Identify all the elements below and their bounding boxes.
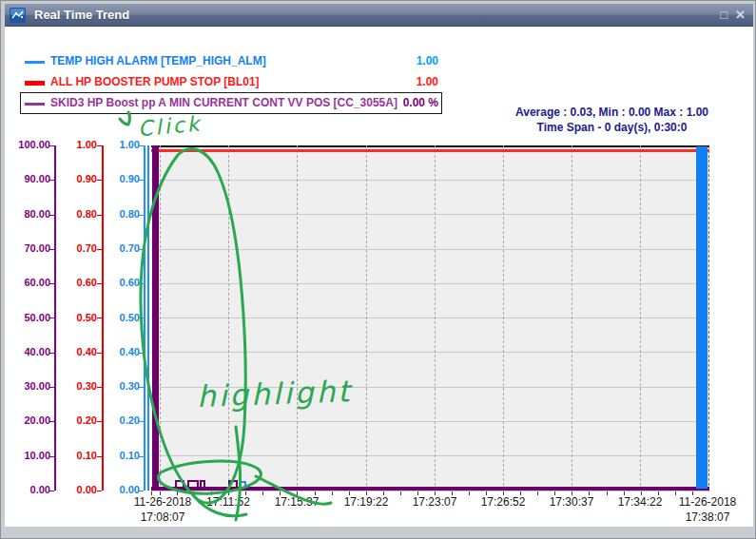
vertical-gridline <box>228 145 229 491</box>
y-axis-label: 40.00 <box>5 346 50 359</box>
y-axis-label: 0.80 <box>54 208 97 221</box>
x-end-date: 11-26-2018 <box>664 494 751 510</box>
legend-value: 1.00 <box>377 54 438 67</box>
horizontal-gridlines <box>151 180 709 491</box>
y-axis-label: 0.60 <box>98 277 140 290</box>
purple-pulse <box>175 480 184 488</box>
x-axis-label: 17:15:37 <box>263 495 330 509</box>
y-axis-label: 0.00 <box>5 484 50 497</box>
legend-row-temp-high-alarm[interactable]: TEMP HIGH ALARM [TEMP_HIGH_ALM] 1.00 <box>1 54 448 69</box>
legend-label: ALL HP BOOSTER PUMP STOP [BL01] <box>50 75 260 88</box>
vertical-gridline <box>366 145 367 491</box>
y-axis-label: 70.00 <box>5 242 50 256</box>
stats-line-time-span: Time Span - 0 day(s), 0:30:0 <box>476 120 747 135</box>
real-time-trend-window: Real Time Trend □ ✕ TEMP HIGH ALARM [TEM… <box>0 0 756 539</box>
maximize-icon[interactable]: □ <box>720 8 727 23</box>
legend-value: 0.00 % <box>377 96 438 109</box>
window-title: Real Time Trend <box>34 8 129 22</box>
y-axis-label: 30.00 <box>5 380 50 394</box>
vertical-gridline <box>297 145 298 491</box>
y-axis-label: 0.30 <box>54 380 97 394</box>
legend-swatch-purple <box>25 103 45 106</box>
vertical-gridline <box>640 145 641 491</box>
y-axis-label: 60.00 <box>5 277 50 290</box>
x-axis-label: 17:30:37 <box>538 495 605 509</box>
app-icon <box>10 8 26 23</box>
y-axis-label: 10.00 <box>5 450 50 463</box>
y-axis-label: 0.20 <box>54 414 97 428</box>
y-axis-label: 50.00 <box>5 312 50 325</box>
stats-line-avg-min-max: Average : 0.03, Min : 0.00 Max : 1.00 <box>476 105 747 120</box>
x-axis-end-label: 11-26-2018 17:38:07 <box>664 494 751 525</box>
y-axis-line-blue <box>144 145 145 491</box>
y-axis-label: 0.50 <box>54 312 97 325</box>
series-blue-rise-line <box>147 145 149 491</box>
purple-pulse <box>200 480 205 488</box>
y-axis-label: 20.00 <box>5 414 50 428</box>
window-titlebar[interactable]: Real Time Trend □ ✕ <box>5 4 753 27</box>
y-axis-label: 0.40 <box>98 346 140 359</box>
vertical-gridline <box>160 145 161 491</box>
legend-row-booster-pump-stop[interactable]: ALL HP BOOSTER PUMP STOP [BL01] 1.00 <box>1 75 448 90</box>
y-axis-label: 1.00 <box>54 139 97 152</box>
y-axis-label: 100.00 <box>5 139 50 152</box>
vertical-gridline <box>435 145 436 491</box>
purple-pulse <box>187 480 199 488</box>
y-axis-label: 0.10 <box>98 450 140 463</box>
y-axis-label: 0.00 <box>54 484 97 497</box>
series-red-line-1.00 <box>151 149 709 152</box>
y-axis-label: 0.10 <box>54 450 97 463</box>
x-start-time: 17:08:07 <box>119 510 206 525</box>
y-axis-label: 0.30 <box>98 380 140 394</box>
blue-pulse <box>239 481 246 488</box>
y-axis-label: 0.20 <box>98 414 140 428</box>
purple-pulse <box>228 480 238 488</box>
legend-label: TEMP HIGH ALARM [TEMP_HIGH_ALM] <box>50 54 266 67</box>
legend-row-skid3-valve-pos[interactable]: SKID3 HP Boost pp A MIN CURRENT CONT VV … <box>1 96 448 111</box>
y-axis-label: 0.90 <box>98 173 140 186</box>
y-axis-label: 0.90 <box>54 173 97 186</box>
legend-swatch-blue <box>25 61 45 64</box>
legend-swatch-red <box>25 81 45 86</box>
x-axis-label: 17:26:52 <box>470 495 536 509</box>
y-axis-label: 1.00 <box>98 139 140 152</box>
y-axis-label: 0.60 <box>54 277 97 290</box>
y-axis-label: 0.50 <box>98 312 140 325</box>
vertical-gridline <box>503 145 504 491</box>
y-axis-label: 80.00 <box>5 208 50 221</box>
x-axis-start-label: 11-26-2018 17:08:07 <box>119 494 206 525</box>
trend-stats: Average : 0.03, Min : 0.00 Max : 1.00 Ti… <box>476 105 747 135</box>
series-purple-drop-bar <box>152 145 159 489</box>
realtime-cursor-bar[interactable] <box>696 146 708 489</box>
y-axis-label: 0.70 <box>54 242 97 256</box>
y-axis-label: 90.00 <box>5 173 50 186</box>
y-axis-label: 0.80 <box>98 208 140 221</box>
x-start-date: 11-26-2018 <box>119 494 206 510</box>
x-axis-label: 17:23:07 <box>401 495 468 509</box>
legend-label: SKID3 HP Boost pp A MIN CURRENT CONT VV … <box>50 96 397 109</box>
y-axis-label: 0.70 <box>98 242 140 256</box>
x-end-time: 17:38:07 <box>664 510 751 525</box>
x-axis-label: 17:19:22 <box>333 495 399 509</box>
close-icon[interactable]: ✕ <box>735 8 746 23</box>
x-axis-label: 17:11:52 <box>195 495 262 509</box>
y-axis-label: 0.40 <box>54 346 97 359</box>
vertical-gridline <box>572 145 572 491</box>
legend-value: 1.00 <box>377 75 438 88</box>
